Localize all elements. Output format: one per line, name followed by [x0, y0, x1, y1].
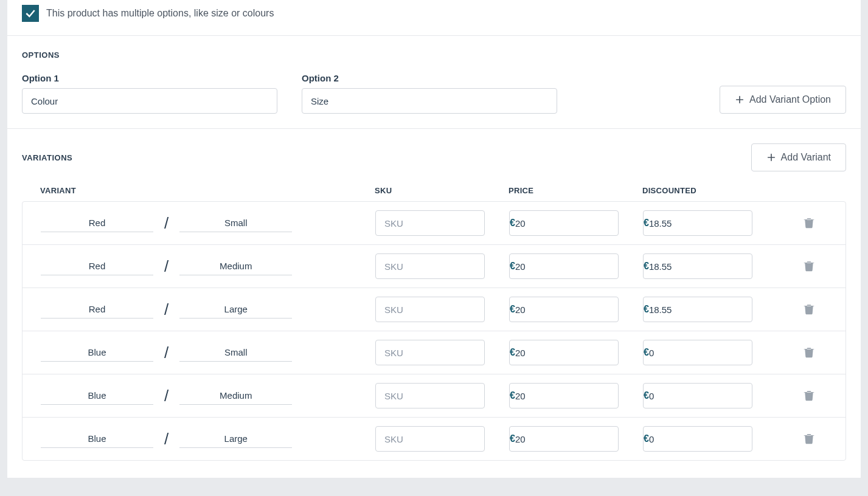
currency-symbol: €: [510, 261, 515, 272]
currency-symbol: €: [644, 433, 649, 444]
plus-icon: [735, 95, 745, 105]
table-row: /€€: [23, 202, 845, 245]
sku-input[interactable]: [375, 297, 485, 322]
table-row: /€€: [23, 374, 845, 418]
discounted-input[interactable]: [649, 218, 771, 229]
variant-option2-input[interactable]: [179, 387, 292, 405]
variant-option1-input[interactable]: [41, 300, 153, 319]
currency-symbol: €: [644, 347, 649, 358]
currency-symbol: €: [644, 390, 649, 401]
option-2-input[interactable]: [302, 88, 557, 114]
add-variant-option-label: Add Variant Option: [749, 94, 831, 105]
plus-icon: [766, 153, 776, 162]
delete-variant-button[interactable]: [800, 300, 818, 320]
delete-variant-button[interactable]: [800, 343, 818, 363]
sku-input[interactable]: [375, 426, 485, 452]
trash-icon: [803, 345, 815, 359]
price-input[interactable]: [515, 305, 637, 315]
table-row: /€€: [23, 418, 845, 460]
discounted-input[interactable]: [649, 305, 771, 315]
check-icon: [24, 7, 36, 19]
option-2-label: Option 2: [302, 73, 557, 83]
price-input[interactable]: [515, 391, 637, 401]
currency-symbol: €: [644, 261, 649, 272]
variant-option1-input[interactable]: [41, 214, 153, 232]
discounted-input[interactable]: [649, 261, 771, 272]
multiple-options-label: This product has multiple options, like …: [46, 8, 274, 19]
variations-section-title: VARIATIONS: [22, 153, 72, 162]
price-input[interactable]: [515, 218, 637, 229]
discounted-input[interactable]: [649, 391, 771, 401]
variant-option2-input[interactable]: [179, 343, 292, 362]
currency-symbol: €: [510, 304, 515, 315]
add-variant-button[interactable]: Add Variant: [751, 143, 846, 171]
variant-option1-input[interactable]: [41, 257, 153, 275]
currency-symbol: €: [510, 347, 515, 358]
variant-separator: /: [164, 343, 168, 362]
variant-separator: /: [164, 300, 168, 319]
currency-symbol: €: [644, 218, 649, 229]
add-variant-label: Add Variant: [781, 152, 831, 163]
trash-icon: [803, 302, 815, 315]
delete-variant-button[interactable]: [800, 386, 818, 406]
trash-icon: [803, 388, 815, 402]
variant-separator: /: [164, 387, 168, 405]
variant-option1-input[interactable]: [41, 343, 153, 362]
options-section-title: OPTIONS: [22, 50, 846, 60]
delete-variant-button[interactable]: [800, 429, 818, 449]
trash-icon: [803, 216, 815, 229]
variant-option2-input[interactable]: [179, 214, 292, 232]
option-1-input[interactable]: [22, 88, 277, 114]
sku-input[interactable]: [375, 210, 485, 236]
variant-option2-input[interactable]: [179, 257, 292, 275]
add-variant-option-button[interactable]: Add Variant Option: [720, 86, 846, 114]
sku-input[interactable]: [375, 253, 485, 279]
currency-symbol: €: [644, 304, 649, 315]
table-row: /€€: [23, 331, 845, 374]
variant-separator: /: [164, 430, 168, 449]
price-input[interactable]: [515, 348, 637, 358]
header-sku: SKU: [375, 186, 509, 195]
trash-icon: [803, 432, 815, 445]
delete-variant-button[interactable]: [800, 257, 818, 277]
option-1-label: Option 1: [22, 73, 277, 83]
delete-variant-button[interactable]: [800, 213, 818, 233]
variant-option2-input[interactable]: [179, 430, 292, 448]
sku-input[interactable]: [375, 340, 485, 365]
variant-option1-input[interactable]: [41, 430, 153, 448]
discounted-input[interactable]: [649, 434, 771, 444]
variant-separator: /: [164, 214, 168, 233]
discounted-input[interactable]: [649, 348, 771, 358]
multiple-options-checkbox[interactable]: [22, 5, 39, 22]
price-input[interactable]: [515, 261, 637, 272]
variant-separator: /: [164, 257, 168, 276]
header-discounted: DISCOUNTED: [642, 186, 776, 195]
variant-option1-input[interactable]: [41, 387, 153, 405]
table-row: /€€: [23, 245, 845, 288]
trash-icon: [803, 259, 815, 272]
header-price: PRICE: [509, 186, 642, 195]
price-input[interactable]: [515, 434, 637, 444]
header-variant: VARIANT: [40, 186, 375, 195]
sku-input[interactable]: [375, 383, 485, 408]
currency-symbol: €: [510, 433, 515, 444]
currency-symbol: €: [510, 218, 515, 229]
table-row: /€€: [23, 288, 845, 331]
currency-symbol: €: [510, 390, 515, 401]
variant-option2-input[interactable]: [179, 300, 292, 319]
